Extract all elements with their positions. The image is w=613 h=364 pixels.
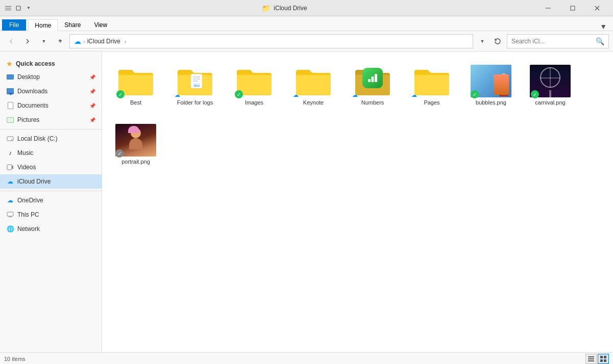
content-area: ✓ Best (102, 51, 613, 352)
address-bar: ▼ ☁ › iCloud Drive › ▼ 🔍 (0, 31, 613, 51)
music-icon: ♪ (6, 149, 14, 157)
sidebar-item-onedrive[interactable]: ☁ OneDrive (0, 193, 102, 207)
documents-icon (6, 101, 14, 110)
file-label: Best (130, 99, 141, 106)
svg-rect-7 (7, 165, 12, 170)
svg-rect-23 (600, 359, 603, 362)
file-item-portrait[interactable]: ✓ ⊙ portrait.png (110, 119, 161, 170)
title-bar-quick-access: ▼ (4, 4, 33, 12)
svg-rect-18 (588, 356, 594, 357)
search-input[interactable] (511, 38, 594, 45)
forward-button[interactable] (20, 34, 35, 48)
this-pc-icon (6, 211, 14, 219)
svg-rect-9 (9, 217, 12, 217)
quick-access-icon[interactable] (4, 4, 12, 12)
desktop-icon (6, 73, 14, 81)
breadcrumb-separator: › (83, 38, 85, 44)
cloud-sync-icon: ☁ (293, 92, 299, 98)
file-item-keynote[interactable]: ☁ Keynote (288, 60, 339, 111)
sidebar-item-videos[interactable]: Videos (0, 160, 102, 174)
onedrive-icon: ☁ (6, 196, 14, 204)
tab-home[interactable]: Home (28, 19, 58, 31)
downloads-icon (6, 87, 14, 95)
svg-rect-19 (588, 358, 594, 359)
window-title: iCloud Drive (274, 5, 307, 12)
cloud-sync-icon: ☁ (411, 92, 417, 98)
sidebar-item-pictures[interactable]: Pictures 📌 (0, 113, 102, 127)
file-label: Folder for logs (177, 99, 213, 106)
view-buttons (585, 354, 609, 364)
sidebar-item-network[interactable]: 🌐 Network (0, 222, 102, 236)
file-label: carnival.png (535, 99, 565, 106)
window-title-group: 📁 iCloud Drive (36, 4, 533, 12)
sidebar-item-documents[interactable]: Documents 📌 (0, 98, 102, 113)
file-label: Images (245, 99, 263, 106)
tab-file[interactable]: File (2, 19, 26, 31)
sync-status-badge: ✓ (235, 90, 243, 98)
svg-rect-5 (7, 137, 13, 141)
pin-indicator: 📌 (89, 103, 95, 109)
sidebar: ★ Quick access Desktop 📌 Downloads 📌 Doc… (0, 51, 102, 352)
breadcrumb[interactable]: ☁ › iCloud Drive › (69, 34, 473, 48)
search-icon: 🔍 (596, 37, 604, 45)
sync-status-badge: ✓ (116, 90, 125, 98)
help-button[interactable]: ▼ (600, 22, 611, 31)
file-item-images[interactable]: ✓ Images (229, 60, 280, 111)
tab-view[interactable]: View (87, 19, 114, 31)
sidebar-item-local-disk[interactable]: Local Disk (C:) (0, 132, 102, 146)
svg-rect-2 (571, 6, 575, 10)
breadcrumb-chevron: › (125, 38, 127, 44)
dropdown-icon[interactable]: ▼ (24, 4, 33, 12)
minimize-button[interactable] (536, 0, 560, 16)
back-button[interactable] (4, 34, 18, 48)
refresh-button[interactable] (491, 34, 505, 48)
svg-rect-15 (368, 79, 371, 82)
svg-rect-20 (588, 360, 594, 361)
sidebar-item-icloud-drive[interactable]: ☁ iCloud Drive (0, 174, 102, 189)
sidebar-divider-1 (0, 129, 102, 129)
numbers-app-icon (362, 68, 383, 88)
sidebar-item-music[interactable]: ♪ Music (0, 146, 102, 160)
sidebar-item-desktop[interactable]: Desktop 📌 (0, 70, 102, 84)
view-large-icons-button[interactable] (598, 354, 609, 364)
file-item-numbers[interactable]: ☁ Numbers (347, 60, 398, 111)
sidebar-divider-2 (0, 191, 102, 191)
file-label: portrait.png (121, 159, 150, 165)
view-details-button[interactable] (585, 354, 597, 364)
file-item-bubbles[interactable]: ✓ ⊙ bubbles.png (465, 60, 517, 111)
star-icon: ★ (6, 60, 13, 68)
svg-rect-0 (16, 6, 20, 10)
close-button[interactable] (585, 0, 609, 16)
svg-rect-24 (604, 359, 606, 362)
file-label: bubbles.png (476, 99, 506, 106)
local-disk-icon (6, 135, 14, 143)
up-button[interactable] (53, 34, 67, 48)
file-item-pages[interactable]: ☁ Pages (406, 60, 457, 111)
dropdown-path-button[interactable]: ▼ (475, 34, 489, 48)
file-item-carnival[interactable]: ✓ carnival.png (525, 60, 576, 111)
sidebar-item-downloads[interactable]: Downloads 📌 (0, 84, 102, 98)
address-bar-actions: ▼ (475, 34, 505, 48)
file-item-best[interactable]: ✓ Best (110, 60, 161, 111)
network-label: Network (17, 225, 40, 232)
svg-rect-21 (600, 356, 603, 358)
svg-rect-17 (375, 74, 377, 82)
maximize-button[interactable] (561, 0, 584, 16)
file-item-folder-for-logs[interactable]: ☁ Folder for logs (169, 60, 220, 111)
svg-rect-16 (372, 76, 374, 82)
pin-icon[interactable] (14, 4, 22, 12)
sidebar-item-this-pc[interactable]: This PC (0, 207, 102, 222)
ribbon-tabs: File Home Share View ▼ (0, 16, 613, 31)
tab-share[interactable]: Share (58, 19, 87, 31)
window-controls (536, 0, 609, 16)
cloud-sync-icon: ☁ (352, 92, 358, 98)
svg-point-6 (11, 139, 12, 140)
sync-status-group: ✓ ⊙ (115, 149, 128, 158)
quick-access-label: Quick access (16, 60, 55, 67)
file-label: Pages (424, 99, 439, 106)
cloud-sync-icon: ☁ (175, 92, 180, 98)
file-label: Keynote (303, 99, 324, 106)
icloud-sidebar-icon: ☁ (6, 177, 14, 186)
network-icon: 🌐 (6, 225, 14, 233)
recent-locations-button[interactable]: ▼ (37, 34, 51, 48)
